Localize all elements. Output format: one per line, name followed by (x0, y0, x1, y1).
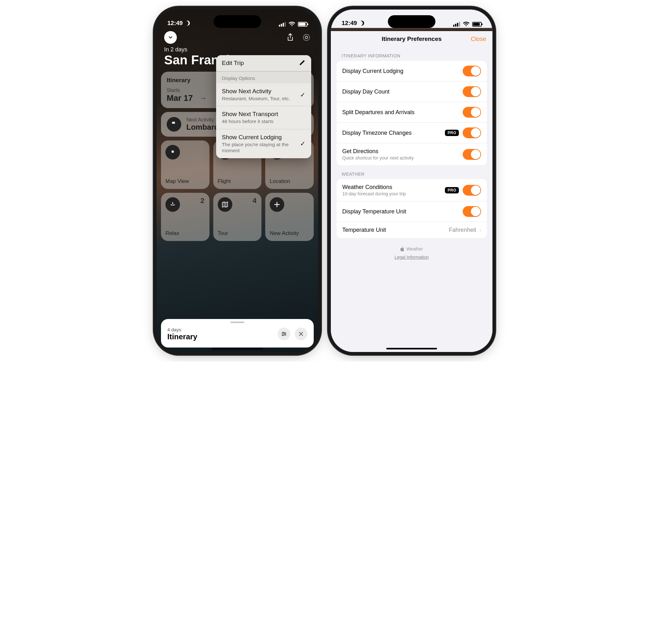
share-button[interactable] (287, 33, 294, 42)
tile-tour[interactable]: 4 Tour (213, 193, 262, 241)
row-title: Get Directions (342, 148, 414, 155)
tile-count: 2 (200, 197, 204, 205)
svg-point-0 (303, 34, 310, 41)
menu-item-subtitle: The place you're staying at the moment (222, 142, 297, 154)
battery-icon (298, 22, 307, 27)
row-title: Display Day Count (342, 88, 389, 95)
footer: Weather Legal Information (331, 246, 492, 260)
toggle[interactable] (463, 86, 481, 97)
row-title: Display Current Lodging (342, 68, 403, 75)
row-split-departures[interactable]: Split Departures and Arrivals (337, 102, 487, 123)
phone-right: 12:49 Itinerary Preferences Close Itiner… (331, 9, 492, 352)
tile-label: Map View (165, 178, 205, 185)
status-time: 12:49 (342, 19, 357, 27)
menu-section-header: Display Options (216, 71, 311, 83)
home-indicator[interactable] (212, 348, 263, 350)
arrow-right-icon: → (200, 94, 207, 103)
apple-logo-icon (400, 247, 404, 251)
toggle[interactable] (463, 66, 481, 76)
status-time: 12:49 (167, 19, 183, 27)
menu-item-title: Edit Trip (222, 59, 244, 67)
toggle[interactable] (463, 107, 481, 118)
chevron-down-icon (168, 35, 173, 40)
tile-label: Flight (218, 178, 257, 185)
legal-link[interactable]: Legal Information (394, 255, 429, 260)
pencil-icon (299, 59, 305, 66)
flag-icon (167, 117, 181, 132)
context-menu: Edit Trip Display Options Show Next Acti… (216, 55, 311, 158)
dnd-moon-icon (358, 20, 365, 27)
settings-gear-button[interactable] (302, 33, 310, 42)
close-icon (298, 331, 304, 337)
row-title: Display Temperature Unit (342, 208, 406, 215)
dynamic-island (214, 15, 261, 28)
tile-new-activity[interactable]: New Activity (265, 193, 314, 241)
tile-label: Relax (165, 230, 205, 237)
menu-show-current-lodging[interactable]: Show Current Lodging The place you're st… (216, 129, 311, 158)
sheet-handle[interactable] (230, 322, 244, 323)
screen: 12:49 Itinerary Preferences Close Itiner… (331, 9, 492, 352)
battery-icon (472, 22, 482, 27)
row-display-temp-unit[interactable]: Display Temperature Unit (337, 201, 487, 222)
modal-sheet: Itinerary Preferences Close Itinerary In… (331, 31, 492, 352)
screen: 12:49 (157, 9, 318, 352)
dynamic-island (388, 15, 435, 28)
toggle[interactable] (463, 206, 481, 217)
section-header-weather: Weather (331, 165, 492, 179)
toggle[interactable] (463, 185, 481, 196)
sliders-icon (281, 331, 287, 337)
check-icon: ✓ (300, 140, 305, 148)
footer-provider: Weather (406, 246, 423, 251)
menu-edit-trip[interactable]: Edit Trip (216, 55, 311, 71)
map-icon (218, 197, 232, 212)
menu-show-next-activity[interactable]: Show Next Activity Restaurant, Museum, T… (216, 83, 311, 106)
menu-item-title: Show Current Lodging (222, 134, 297, 141)
wifi-icon (288, 22, 295, 27)
section-header-info: Itinerary Information (331, 47, 492, 61)
row-day-count[interactable]: Display Day Count (337, 81, 487, 102)
svg-point-5 (283, 335, 283, 336)
chevron-right-icon: › (479, 227, 481, 233)
toggle[interactable] (463, 149, 481, 160)
nav-bar: Itinerary Preferences Close (331, 31, 492, 47)
row-title: Display Timezone Changes (342, 130, 412, 136)
svg-point-2 (171, 151, 174, 153)
close-sheet-button[interactable] (295, 328, 307, 340)
page-title: Itinerary Preferences (382, 36, 441, 42)
signal-icon (279, 22, 286, 27)
filter-button[interactable] (277, 328, 290, 340)
sheet-subtitle: 4 days (167, 327, 198, 332)
row-title: Weather Conditions (342, 184, 406, 191)
row-temperature-unit[interactable]: Temperature Unit Fahrenheit › (337, 222, 487, 238)
menu-item-subtitle: Restaurant, Museum, Tour, etc. (222, 95, 290, 102)
menu-item-title: Show Next Transport (222, 111, 278, 118)
card-peek (331, 28, 492, 31)
row-title: Temperature Unit (342, 227, 386, 233)
pro-badge: PRO (445, 187, 459, 193)
collapse-button[interactable] (164, 31, 177, 44)
top-bar (157, 28, 318, 46)
row-subtitle: Quick shortcut for your next activity (342, 155, 414, 160)
plus-icon (270, 197, 284, 212)
tile-relax[interactable]: 2 Relax (161, 193, 210, 241)
sheet-title: Itinerary (167, 332, 198, 341)
menu-show-next-transport[interactable]: Show Next Transport 48 hours before it s… (216, 106, 311, 129)
row-title: Split Departures and Arrivals (342, 109, 415, 116)
bottom-sheet[interactable]: 4 days Itinerary (161, 319, 314, 348)
row-get-directions[interactable]: Get Directions Quick shortcut for your n… (337, 143, 487, 165)
tile-label: Location (270, 178, 309, 185)
tile-label: New Activity (270, 230, 309, 237)
row-weather-conditions[interactable]: Weather Conditions 10-day forecast durin… (337, 179, 487, 201)
dnd-moon-icon (184, 20, 190, 27)
toggle[interactable] (463, 127, 481, 138)
tile-map-view[interactable]: Map View (161, 140, 210, 189)
close-button[interactable]: Close (471, 36, 486, 42)
phone-left: 12:49 (157, 9, 318, 352)
row-current-lodging[interactable]: Display Current Lodging (337, 61, 487, 81)
list-itinerary-info: Display Current Lodging Display Day Coun… (337, 61, 487, 165)
spa-icon (165, 197, 180, 212)
menu-item-subtitle: 48 hours before it starts (222, 118, 278, 124)
row-timezone-changes[interactable]: Display Timezone Changes PRO (337, 123, 487, 143)
list-weather: Weather Conditions 10-day forecast durin… (337, 179, 487, 238)
home-indicator[interactable] (386, 348, 437, 350)
